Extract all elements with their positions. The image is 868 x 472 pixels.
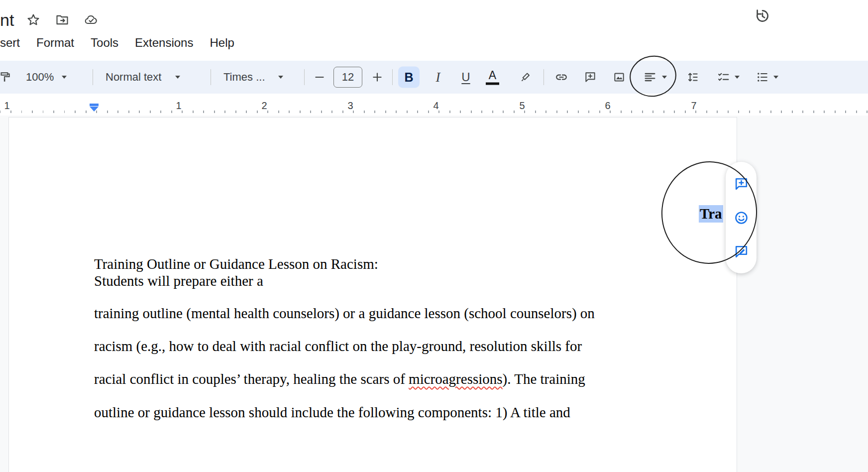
line-spacing-icon[interactable] bbox=[683, 67, 703, 87]
ruler-number: 5 bbox=[519, 100, 525, 112]
ruler-number: 6 bbox=[605, 100, 610, 112]
underline-button[interactable]: U bbox=[456, 67, 476, 87]
toolbar-divider bbox=[211, 69, 211, 85]
align-left-icon bbox=[643, 70, 657, 84]
doc-body-line-3: racial conflict in couples’ therapy, hea… bbox=[94, 371, 585, 387]
zoom-value: 100% bbox=[26, 71, 54, 84]
indent-marker[interactable] bbox=[90, 104, 99, 112]
menu-format[interactable]: Format bbox=[36, 33, 74, 53]
text-color-swatch bbox=[486, 83, 499, 85]
doc-body-line-2: racism (e.g., how to deal with racial co… bbox=[94, 338, 582, 354]
insert-link-icon[interactable] bbox=[551, 67, 571, 87]
style-value: Normal text bbox=[106, 71, 161, 84]
checklist-control[interactable] bbox=[717, 70, 740, 84]
google-docs-app: nt sert Format Tools Extensions Help 100… bbox=[0, 0, 868, 472]
ruler-number: 1 bbox=[176, 100, 181, 112]
selected-text[interactable]: Tra bbox=[699, 205, 723, 223]
move-folder-icon[interactable] bbox=[54, 11, 71, 28]
insert-image-icon[interactable] bbox=[609, 67, 629, 87]
version-history-icon[interactable] bbox=[753, 6, 772, 26]
add-comment-button[interactable] bbox=[730, 173, 752, 195]
chevron-down-icon bbox=[735, 76, 740, 79]
chevron-down-icon bbox=[773, 76, 778, 79]
chevron-down-icon bbox=[62, 76, 67, 79]
ruler-number: 1 bbox=[4, 100, 9, 112]
ruler[interactable]: 1 1 2 3 4 5 6 7 bbox=[0, 99, 868, 116]
ruler-number: 4 bbox=[433, 100, 438, 112]
bulleted-list-control[interactable] bbox=[756, 70, 778, 84]
document-title[interactable]: nt bbox=[0, 10, 14, 30]
paragraph-style-control[interactable]: Normal text bbox=[106, 71, 180, 84]
bulleted-list-icon bbox=[756, 70, 769, 84]
doc-body-line-4: outline or guidance lesson should includ… bbox=[94, 404, 570, 421]
menu-tools[interactable]: Tools bbox=[91, 33, 118, 53]
decrease-font-size-button[interactable] bbox=[310, 67, 329, 87]
font-size-input[interactable]: 12 bbox=[333, 67, 362, 88]
cloud-saved-icon[interactable] bbox=[83, 11, 100, 28]
add-comment-icon[interactable] bbox=[580, 67, 600, 87]
bold-button[interactable]: B bbox=[398, 67, 420, 88]
document-page[interactable]: Training Outline or Guidance Lesson on R… bbox=[8, 117, 737, 472]
font-value: Times ... bbox=[223, 71, 265, 84]
ruler-number: 7 bbox=[691, 100, 696, 112]
zoom-control[interactable]: 100% bbox=[26, 71, 67, 84]
doc-heading-line-1: Training Outline or Guidance Lesson on R… bbox=[94, 256, 378, 272]
toolbar-divider bbox=[543, 69, 544, 85]
floating-action-panel bbox=[726, 162, 757, 273]
increase-font-size-button[interactable] bbox=[367, 67, 387, 87]
ruler-number: 3 bbox=[347, 100, 353, 112]
font-family-control[interactable]: Times ... bbox=[223, 71, 283, 84]
italic-button[interactable]: I bbox=[428, 67, 448, 87]
checklist-icon bbox=[717, 70, 731, 84]
highlighter-icon[interactable] bbox=[516, 67, 536, 87]
toolbar-divider bbox=[93, 69, 93, 85]
chevron-down-icon bbox=[662, 76, 667, 79]
star-icon[interactable] bbox=[25, 11, 42, 28]
paint-format-icon-partial[interactable] bbox=[0, 67, 15, 87]
document-canvas: Training Outline or Guidance Lesson on R… bbox=[0, 116, 868, 472]
ruler-number: 2 bbox=[261, 100, 267, 112]
text-color-button[interactable]: A bbox=[486, 70, 499, 85]
doc-body-line-3-before: racial conflict in couples’ therapy, hea… bbox=[94, 371, 409, 387]
add-emoji-button[interactable] bbox=[730, 207, 752, 229]
left-indent-marker[interactable] bbox=[90, 107, 99, 112]
misspelled-word: microagressions bbox=[409, 371, 502, 387]
text-color-label: A bbox=[489, 70, 496, 81]
doc-body-line-3-after: ). The training bbox=[503, 371, 585, 387]
doc-heading-line-2: Students will prepare either a bbox=[94, 273, 263, 289]
menu-insert-partial[interactable]: sert bbox=[0, 33, 20, 53]
chevron-down-icon bbox=[175, 76, 180, 79]
doc-body-line-1: training outline (mental health counselo… bbox=[94, 305, 595, 322]
menu-extensions[interactable]: Extensions bbox=[135, 33, 193, 53]
menu-bar: sert Format Tools Extensions Help bbox=[0, 33, 234, 53]
toolbar-divider bbox=[304, 69, 305, 85]
toolbar: 100% Normal text Times ... 12 bbox=[0, 61, 868, 94]
chevron-down-icon bbox=[278, 76, 283, 79]
first-line-indent-marker[interactable] bbox=[90, 104, 99, 106]
alignment-control[interactable] bbox=[643, 70, 667, 84]
title-bar: nt bbox=[0, 7, 868, 33]
suggest-edits-button[interactable] bbox=[730, 240, 752, 262]
menu-help[interactable]: Help bbox=[210, 33, 234, 53]
toolbar-divider bbox=[392, 69, 393, 85]
